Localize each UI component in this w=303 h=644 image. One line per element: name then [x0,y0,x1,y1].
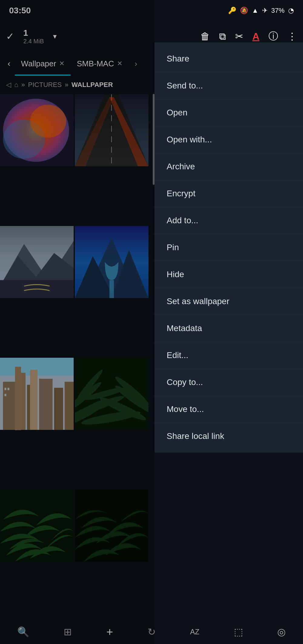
cut-button[interactable]: ✂ [235,31,243,42]
more-button[interactable]: ⋮ [287,31,297,42]
menu-item-metadata[interactable]: Metadata [155,315,303,342]
menu-item-pin[interactable]: Pin [155,234,303,261]
menu-item-open[interactable]: Open [155,99,303,126]
menu-item-archive[interactable]: Archive [155,153,303,180]
menu-item-copy-to[interactable]: Copy to... [155,369,303,396]
menu-item-encrypt[interactable]: Encrypt [155,180,303,207]
menu-item-move-to[interactable]: Move to... [155,396,303,423]
battery-icon: ◔ [288,7,294,15]
menu-item-hide[interactable]: Hide [155,261,303,288]
menu-item-add-to[interactable]: Add to... [155,207,303,234]
battery-level: 37% [271,7,285,15]
notification-icon: 🔕 [240,7,248,15]
menu-item-share-local-link[interactable]: Share local link [155,423,303,450]
menu-item-share[interactable]: Share [155,45,303,72]
airplane-icon: ✈ [262,7,268,15]
font-button[interactable]: A [252,31,259,42]
menu-item-open-with[interactable]: Open with... [155,126,303,153]
info-button[interactable]: ⓘ [268,30,278,43]
select-button[interactable]: ⬚ [234,626,243,638]
menu-item-set-as-wallpaper[interactable]: Set as wallpaper [155,288,303,315]
menu-item-edit[interactable]: Edit... [155,342,303,369]
location-button[interactable]: ◎ [277,626,286,638]
menu-item-send-to[interactable]: Send to... [155,72,303,99]
delete-button[interactable]: 🗑 [200,31,210,42]
scrollbar[interactable] [153,94,155,185]
context-menu: ShareSend to...OpenOpen with...ArchiveEn… [155,42,303,453]
key-icon: 🔑 [228,7,236,15]
sort-button[interactable]: AZ [190,628,199,636]
status-icons: 🔑 🔕 ▲ ✈ 37% ◔ [228,7,294,15]
wifi-icon: ▲ [252,7,258,15]
overlay-dim[interactable] [0,0,155,644]
copy-button[interactable]: ⧉ [219,31,226,42]
